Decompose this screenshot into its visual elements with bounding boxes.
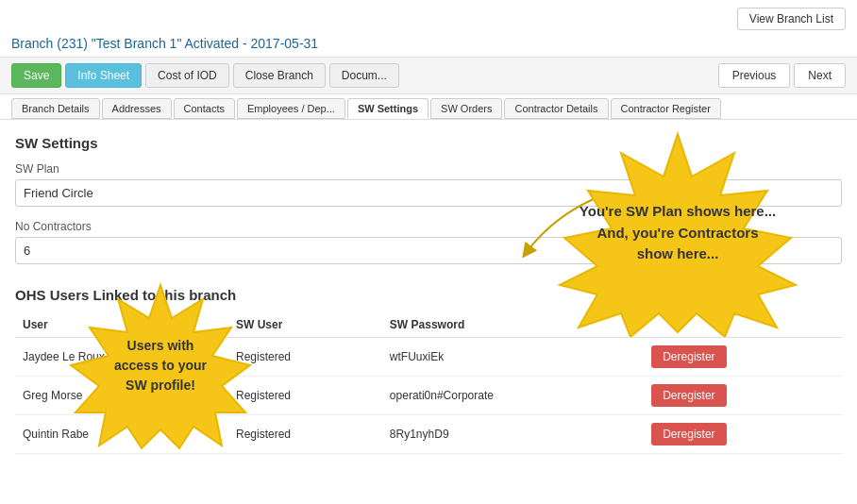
table-header-row: User SW User SW Password (15, 312, 842, 338)
save-button[interactable]: Save (11, 63, 61, 88)
user-name: Quintin Rabe (15, 415, 228, 454)
close-branch-button[interactable]: Close Branch (233, 63, 326, 88)
sw-plan-input[interactable] (15, 179, 842, 207)
tab-sw-settings[interactable]: SW Settings (347, 98, 428, 119)
main-content: SW Settings SW Plan No Contractors OHS U… (0, 120, 857, 469)
deregister-button[interactable]: Deregister (651, 345, 726, 368)
sub-nav-tabs: Branch Details Addresses Contacts Employ… (0, 94, 857, 120)
table-row: Jaydee Le Roux Registered wtFUuxiEk Dere… (15, 338, 842, 377)
sw-settings-section: SW Settings SW Plan No Contractors (15, 135, 842, 264)
page-title: Branch (231) "Test Branch 1" Activated -… (0, 34, 857, 58)
info-sheet-button[interactable]: Info Sheet (65, 63, 142, 88)
tab-branch-details[interactable]: Branch Details (11, 98, 100, 119)
deregister-button[interactable]: Deregister (651, 384, 726, 407)
user-name: Jaydee Le Roux (15, 338, 228, 377)
top-bar: View Branch List (0, 0, 857, 34)
user-name: Greg Morse (15, 377, 228, 415)
sw-plan-group: SW Plan (15, 162, 842, 207)
col-action (644, 312, 842, 338)
sw-password: operati0n#Corporate (382, 377, 644, 415)
sw-user-status: Registered (228, 377, 382, 415)
table-row: Quintin Rabe Registered 8Ry1nyhD9 Deregi… (15, 415, 842, 454)
next-button[interactable]: Next (794, 63, 846, 88)
sw-user-status: Registered (228, 338, 382, 377)
view-branch-list-button[interactable]: View Branch List (737, 8, 846, 30)
documents-button[interactable]: Docum... (329, 63, 399, 88)
col-sw-password: SW Password (382, 312, 644, 338)
col-user: User (15, 312, 228, 338)
cost-of-iod-button[interactable]: Cost of IOD (145, 63, 229, 88)
no-contractors-label: No Contractors (15, 220, 842, 233)
tab-sw-orders[interactable]: SW Orders (430, 98, 502, 119)
action-cell: Deregister (644, 415, 842, 454)
action-cell: Deregister (644, 338, 842, 377)
sw-settings-title: SW Settings (15, 135, 842, 151)
sw-user-status: Registered (228, 415, 382, 454)
table-row: Greg Morse Registered operati0n#Corporat… (15, 377, 842, 415)
action-cell: Deregister (644, 377, 842, 415)
no-contractors-input[interactable] (15, 237, 842, 264)
sw-password: wtFUuxiEk (382, 338, 644, 377)
tab-addresses[interactable]: Addresses (102, 98, 172, 119)
ohs-users-table: User SW User SW Password Jaydee Le Roux … (15, 312, 842, 454)
ohs-users-title: OHS Users Linked to this branch (15, 287, 842, 303)
toolbar: Save Info Sheet Cost of IOD Close Branch… (0, 58, 857, 94)
sw-plan-label: SW Plan (15, 162, 842, 176)
previous-button[interactable]: Previous (718, 63, 791, 88)
col-sw-user: SW User (228, 312, 382, 338)
toolbar-navigation: Previous Next (718, 63, 846, 88)
deregister-button[interactable]: Deregister (651, 423, 726, 445)
ohs-users-section: OHS Users Linked to this branch User SW … (15, 287, 842, 454)
sw-password: 8Ry1nyhD9 (382, 415, 644, 454)
tab-contacts[interactable]: Contacts (174, 98, 235, 119)
tab-employees[interactable]: Employees / Dep... (237, 98, 345, 119)
tab-contractor-details[interactable]: Contractor Details (504, 98, 608, 119)
tab-contractor-register[interactable]: Contractor Register (611, 98, 721, 119)
no-contractors-group: No Contractors (15, 220, 842, 264)
